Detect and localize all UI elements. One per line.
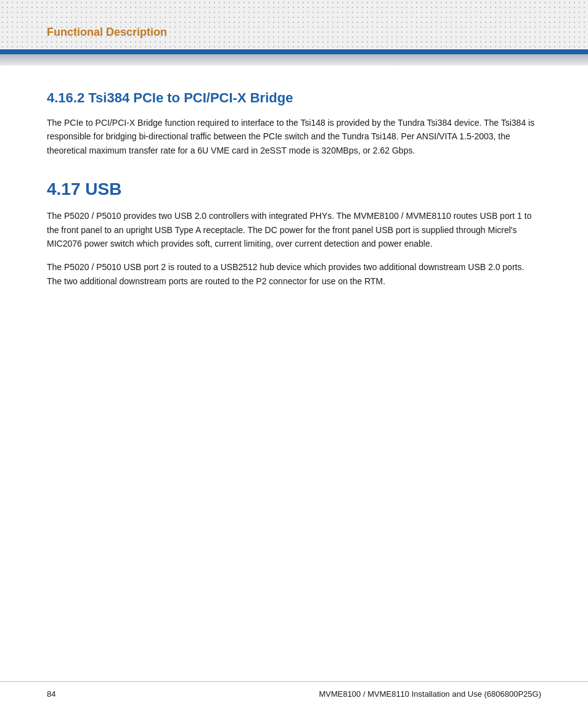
section-heading-4-16-2: 4.16.2 Tsi384 PCIe to PCI/PCI-X Bridge bbox=[47, 90, 541, 106]
section-4-17-paragraph-1: The P5020 / P5010 provides two USB 2.0 c… bbox=[47, 209, 541, 250]
section-heading-4-17: 4.17 USB bbox=[47, 179, 541, 199]
blue-accent-bar bbox=[0, 49, 588, 54]
section-4-17-paragraph-2: The P5020 / P5010 USB port 2 is routed t… bbox=[47, 260, 541, 288]
page-footer: 84 MVME8100 / MVME8110 Installation and … bbox=[0, 681, 588, 706]
footer-document-title: MVME8100 / MVME8110 Installation and Use… bbox=[319, 689, 541, 699]
dot-pattern-background bbox=[0, 0, 588, 49]
main-content: 4.16.2 Tsi384 PCIe to PCI/PCI-X Bridge T… bbox=[0, 65, 588, 335]
footer-page-number: 84 bbox=[47, 689, 55, 699]
gray-gradient-bar bbox=[0, 54, 588, 65]
page-title: Functional Description bbox=[47, 26, 167, 39]
header-area: Functional Description bbox=[0, 0, 588, 49]
section-4-16-2-paragraph-1: The PCIe to PCI/PCI-X Bridge function re… bbox=[47, 116, 541, 157]
